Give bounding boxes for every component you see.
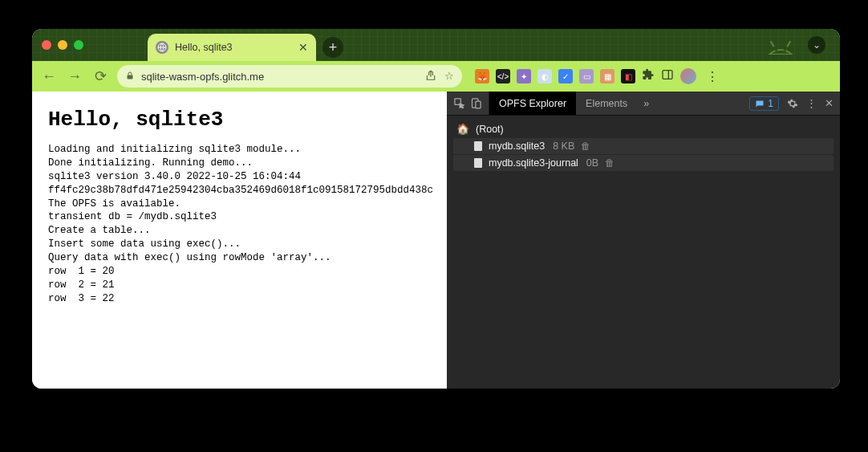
address-bar[interactable]: sqlite-wasm-opfs.glitch.me ☆ <box>117 65 462 88</box>
inspect-element-icon[interactable] <box>453 97 465 109</box>
tree-file-row[interactable]: mydb.sqlite3-journal0B🗑 <box>453 155 834 171</box>
window-controls <box>42 29 148 61</box>
issues-count: 1 <box>768 98 773 109</box>
svg-point-1 <box>775 49 777 51</box>
page-content: Hello, sqlite3 Loading and initializing … <box>32 92 447 389</box>
extensions-puzzle-icon[interactable] <box>642 68 655 84</box>
device-toggle-icon[interactable] <box>470 97 482 109</box>
tab-strip: Hello, sqlite3 ✕ + ⌄ <box>32 29 840 61</box>
url-text: sqlite-wasm-opfs.glitch.me <box>141 71 419 83</box>
devtools-panel: OPFS Explorer Elements » 1 ⋮ ✕ <box>447 92 840 389</box>
bookmark-star-icon[interactable]: ☆ <box>444 70 454 83</box>
close-window-button[interactable] <box>42 40 51 50</box>
extension-icon[interactable]: ▭ <box>579 69 594 83</box>
side-panel-icon[interactable] <box>661 68 674 84</box>
file-size: 8 KB <box>553 140 574 152</box>
gear-icon[interactable] <box>787 98 798 109</box>
fullscreen-window-button[interactable] <box>74 40 83 50</box>
page-heading: Hello, sqlite3 <box>48 108 434 132</box>
file-icon <box>474 141 482 151</box>
devtools-tab-elements[interactable]: Elements <box>576 92 637 115</box>
root-label: (Root) <box>476 124 504 135</box>
devtools-menu-icon[interactable]: ⋮ <box>806 97 817 109</box>
browser-menu-icon[interactable]: ⋮ <box>703 69 722 84</box>
extension-icon[interactable]: 🦊 <box>475 69 489 83</box>
back-button[interactable]: ← <box>40 68 58 85</box>
extension-icon[interactable]: </> <box>496 69 510 83</box>
file-name: mydb.sqlite3-journal <box>489 157 578 169</box>
extension-icon[interactable]: ◐ <box>537 69 552 83</box>
new-tab-button[interactable]: + <box>322 37 343 58</box>
trash-icon[interactable]: 🗑 <box>581 140 590 152</box>
issues-badge[interactable]: 1 <box>749 96 779 111</box>
devtools-tab-opfs[interactable]: OPFS Explorer <box>489 92 576 115</box>
globe-icon <box>156 41 168 54</box>
share-icon[interactable] <box>425 70 436 83</box>
devtools-tabbar: OPFS Explorer Elements » 1 ⋮ ✕ <box>447 92 840 116</box>
extension-icon[interactable]: ◧ <box>621 69 635 83</box>
content-area: Hello, sqlite3 Loading and initializing … <box>32 92 840 389</box>
folder-icon: 🏠 <box>456 123 469 135</box>
tree-file-row[interactable]: mydb.sqlite38 KB🗑 <box>453 138 834 154</box>
opfs-tree: 🏠 (Root) mydb.sqlite38 KB🗑mydb.sqlite3-j… <box>447 116 840 389</box>
chevron-down-icon[interactable]: ⌄ <box>808 36 825 54</box>
trash-icon[interactable]: 🗑 <box>605 157 614 169</box>
file-size: 0B <box>586 157 598 169</box>
devtools-more-tabs-icon[interactable]: » <box>637 92 655 115</box>
minimize-window-button[interactable] <box>58 40 67 50</box>
reload-button[interactable]: ⟳ <box>91 67 109 85</box>
file-name: mydb.sqlite3 <box>489 140 545 152</box>
android-icon <box>763 32 798 58</box>
tree-root[interactable]: 🏠 (Root) <box>453 120 840 137</box>
extensions-area: 🦊 </> ✦ ◐ ✓ ▭ ▦ ◧ ⋮ <box>475 68 722 84</box>
extension-icon[interactable]: ▦ <box>600 69 614 83</box>
browser-tab[interactable]: Hello, sqlite3 ✕ <box>148 34 316 61</box>
extension-icon[interactable]: ✓ <box>558 69 573 83</box>
file-icon <box>474 158 482 168</box>
svg-point-2 <box>784 49 786 51</box>
svg-rect-4 <box>663 71 672 79</box>
tab-title: Hello, sqlite3 <box>175 42 292 53</box>
console-log: Loading and initializing sqlite3 module.… <box>48 143 434 306</box>
svg-rect-3 <box>128 75 133 79</box>
browser-window: Hello, sqlite3 ✕ + ⌄ ← → ⟳ sqlite-wasm-o… <box>32 29 840 389</box>
forward-button[interactable]: → <box>66 68 83 85</box>
devtools-close-icon[interactable]: ✕ <box>825 97 834 109</box>
close-tab-icon[interactable]: ✕ <box>298 41 308 54</box>
browser-toolbar: ← → ⟳ sqlite-wasm-opfs.glitch.me ☆ 🦊 </>… <box>32 61 840 92</box>
lock-icon <box>125 71 135 83</box>
svg-rect-8 <box>476 101 481 108</box>
profile-avatar[interactable] <box>680 68 696 84</box>
extension-icon[interactable]: ✦ <box>517 69 531 83</box>
